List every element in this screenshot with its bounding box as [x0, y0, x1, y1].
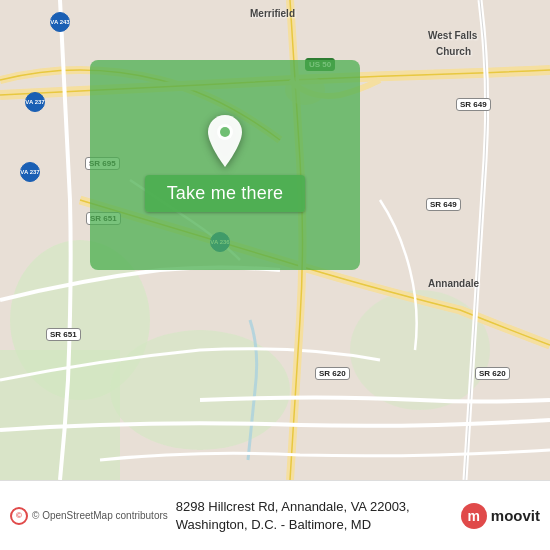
shield-sr649-1: SR 649	[456, 98, 491, 111]
shield-sr620-1: SR 620	[315, 367, 350, 380]
take-me-there-button[interactable]: Take me there	[145, 175, 306, 212]
address-text: 8298 Hillcrest Rd, Annandale, VA 22003, …	[176, 498, 453, 533]
shield-va243: VA 243	[50, 12, 70, 32]
shield-va237-2: VA 237	[20, 162, 40, 182]
shield-va237-1: VA 237	[25, 92, 45, 112]
osm-attribution: © © OpenStreetMap contributors	[10, 507, 168, 525]
shield-sr651-2: SR 651	[46, 328, 81, 341]
shield-sr620-2: SR 620	[475, 367, 510, 380]
svg-point-7	[220, 127, 230, 137]
osm-icon: ©	[10, 507, 28, 525]
osm-text: © OpenStreetMap contributors	[32, 510, 168, 521]
moovit-icon: m	[461, 503, 487, 529]
map-pin	[203, 119, 247, 163]
moovit-logo: m moovit	[461, 503, 540, 529]
destination-overlay: Take me there	[90, 60, 360, 270]
moovit-text: moovit	[491, 507, 540, 524]
shield-sr649-2: SR 649	[426, 198, 461, 211]
map-container: Merrifield West Falls Church Annandale V…	[0, 0, 550, 480]
bottom-bar: © © OpenStreetMap contributors 8298 Hill…	[0, 480, 550, 550]
